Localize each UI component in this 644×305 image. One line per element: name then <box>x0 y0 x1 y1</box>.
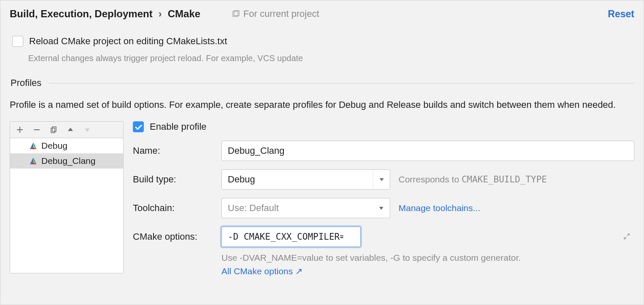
chevron-down-icon <box>373 170 390 189</box>
svg-marker-16 <box>379 207 383 210</box>
cmake-options-label: CMake options: <box>133 231 213 242</box>
toolchain-label: Toolchain: <box>133 203 213 214</box>
section-divider <box>49 83 634 83</box>
name-input[interactable] <box>221 141 634 161</box>
copy-icon[interactable] <box>49 125 58 134</box>
cmake-options-input[interactable] <box>221 227 361 247</box>
profile-item-debug[interactable]: Debug <box>10 138 123 153</box>
reload-checkbox[interactable] <box>12 36 23 47</box>
profile-item-label: Debug <box>41 141 67 151</box>
toolchain-value: Use: Default <box>222 203 285 214</box>
all-cmake-options-link[interactable]: All CMake options <box>221 266 293 276</box>
profiles-section-title: Profiles <box>11 78 41 88</box>
cmake-icon <box>30 142 37 150</box>
for-current-project-label: For current project <box>232 8 319 19</box>
reload-helper-text: External changes always trigger project … <box>28 54 634 63</box>
breadcrumb-parent[interactable]: Build, Execution, Deployment <box>10 8 153 20</box>
project-icon <box>232 10 240 18</box>
enable-profile-label[interactable]: Enable profile <box>150 121 207 132</box>
svg-marker-8 <box>85 128 90 132</box>
build-type-select[interactable]: Debug <box>221 169 390 190</box>
svg-marker-7 <box>68 128 73 131</box>
move-up-icon[interactable] <box>66 125 75 134</box>
profiles-toolbar <box>10 122 123 138</box>
toolchain-select[interactable]: Use: Default <box>221 198 390 218</box>
profile-item-label: Debug_Clang <box>41 156 95 166</box>
profile-item-debug-clang[interactable]: Debug_Clang <box>10 153 123 169</box>
remove-icon[interactable] <box>32 125 41 134</box>
svg-marker-15 <box>380 178 384 181</box>
manage-toolchains-link[interactable]: Manage toolchains... <box>399 203 480 213</box>
profiles-section-description: Profile is a named set of build options.… <box>10 98 634 112</box>
breadcrumb: Build, Execution, Deployment › CMake <box>10 8 200 20</box>
cmake-icon <box>30 157 37 165</box>
reset-link[interactable]: Reset <box>608 8 634 20</box>
build-type-hint: Corresponds to CMAKE_BUILD_TYPE <box>399 174 547 185</box>
enable-profile-checkbox[interactable] <box>133 121 144 132</box>
name-label: Name: <box>133 145 213 156</box>
cmake-options-hint: Use -DVAR_NAME=value to set variables, -… <box>221 253 634 263</box>
profiles-list: Debug Debug_Clang <box>10 138 123 273</box>
external-link-icon: ↗ <box>295 266 303 276</box>
build-type-label: Build type: <box>133 174 213 185</box>
add-icon[interactable] <box>15 125 24 134</box>
reload-checkbox-label[interactable]: Reload CMake project on editing CMakeLis… <box>29 36 227 47</box>
build-type-value: Debug <box>222 174 261 185</box>
chevron-down-icon <box>373 198 390 218</box>
chevron-right-icon: › <box>159 8 162 20</box>
move-down-icon[interactable] <box>83 125 92 134</box>
svg-rect-5 <box>51 128 55 133</box>
expand-icon[interactable] <box>623 232 630 242</box>
profiles-panel: Debug Debug_Clang <box>10 121 124 273</box>
breadcrumb-current: CMake <box>168 8 200 20</box>
svg-rect-6 <box>52 127 56 131</box>
